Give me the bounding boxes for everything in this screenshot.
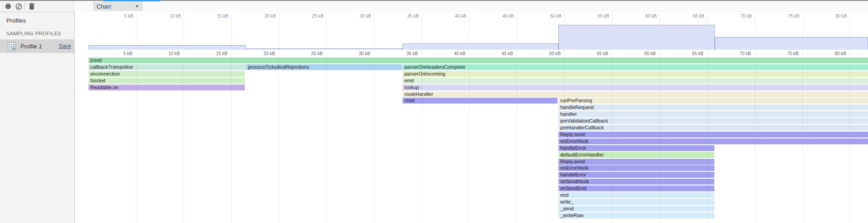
overview-gridline: [184, 13, 184, 50]
flame-bar[interactable]: parserOnIncoming: [402, 71, 868, 77]
record-icon: [5, 3, 11, 9]
chart-view-select-value: Chart: [97, 3, 111, 10]
flame-bar[interactable]: onSendEnd: [558, 185, 714, 191]
toolbar-separator: [24, 3, 25, 9]
chevron-down-icon: ▼: [135, 4, 139, 9]
flame-bar[interactable]: emit: [402, 78, 868, 84]
flame-gridline: [279, 50, 279, 223]
overview-ruler-label: 25 kB: [296, 14, 324, 19]
flame-bar[interactable]: end: [558, 192, 714, 198]
flame-bar[interactable]: onconnection: [88, 71, 245, 77]
trash-icon: [29, 3, 35, 10]
flame-bar[interactable]: onErrorHook: [558, 165, 714, 171]
svg-text:%: %: [12, 47, 15, 50]
flame-bar[interactable]: write_: [558, 199, 714, 205]
flame-ruler-label: 40 kB: [438, 51, 466, 56]
flame-ruler-label: 25 kB: [296, 51, 323, 56]
flame-gridline: [422, 50, 422, 223]
overview-ruler-label: 70 kB: [725, 14, 752, 19]
overview-area-segment: [88, 45, 246, 50]
overview-ruler-label: 80 kB: [820, 14, 847, 19]
flame-bar[interactable]: _send: [558, 206, 714, 212]
clear-icon: [15, 3, 22, 10]
sidebar-item-profile-1[interactable]: % Profile 1 Save: [0, 39, 75, 53]
flame-ruler-label: 30 kB: [343, 51, 370, 56]
flame-ruler-label: 45 kB: [486, 51, 513, 56]
flame-bar[interactable]: Readable.on: [88, 85, 245, 90]
trash-button[interactable]: [27, 2, 36, 11]
overview-area-segment: [246, 48, 402, 50]
flame-gridline: [231, 50, 232, 223]
flame-ruler-label: 75 kB: [771, 51, 799, 56]
flame-gridline: [755, 50, 755, 223]
flame-bar[interactable]: routeHandler: [402, 91, 868, 97]
record-button[interactable]: [4, 2, 13, 11]
flame-bar[interactable]: parserOnHeadersComplete: [402, 64, 868, 70]
flame-bar[interactable]: callbackTrampoline: [88, 64, 246, 70]
flame-bar[interactable]: handleRequest: [558, 104, 868, 110]
overview-ruler-label: 40 kB: [439, 14, 466, 19]
flame-bar[interactable]: Reply.send: [558, 159, 714, 165]
overview-ruler-label: 35 kB: [392, 14, 419, 19]
flame-bar[interactable]: preValidationCallback: [558, 118, 868, 124]
memory-profiler-panel: Chart ▼ Profiles SAMPLING PROFILES % Pro…: [0, 0, 868, 223]
panel-toolbar-bg: [75, 1, 868, 12]
overview-ruler-label: 75 kB: [772, 14, 800, 19]
flame-gridline: [564, 50, 565, 223]
overview-gridline: [231, 13, 232, 50]
flame-bar[interactable]: onErrorHook: [558, 138, 868, 144]
toolbar: Chart ▼: [0, 0, 868, 12]
flame-ruler-label: 80 kB: [819, 51, 846, 56]
flame-bar[interactable]: (root): [88, 57, 868, 63]
sidebar: Profiles SAMPLING PROFILES % Profile 1 S…: [0, 12, 75, 223]
overview-ruler-label: 15 kB: [201, 14, 228, 19]
flame-bar[interactable]: handler: [558, 111, 868, 117]
overview-ruler-label: 5 kB: [106, 14, 133, 19]
overview-ruler-label: 10 kB: [154, 14, 181, 19]
flame-ruler-label: 60 kB: [629, 51, 656, 56]
sidebar-title: Profiles: [6, 17, 26, 24]
overview-gridline: [374, 13, 374, 50]
profile-name: Profile 1: [20, 43, 42, 50]
overview-area-segment: [715, 37, 868, 50]
flame-ruler-label: 55 kB: [581, 51, 608, 56]
overview-gridline: [136, 13, 136, 50]
chart-view-select[interactable]: Chart ▼: [93, 2, 143, 11]
flame-ruler-label: 5 kB: [105, 51, 132, 56]
overview-ruler-label: 45 kB: [487, 14, 514, 19]
flame-ruler-label: 15 kB: [200, 51, 228, 56]
clear-button[interactable]: [14, 2, 23, 11]
flame-bar[interactable]: preHandlerCallback: [558, 125, 868, 131]
flame-bar[interactable]: processTicksAndRejections: [246, 64, 402, 70]
save-link[interactable]: Save: [59, 43, 71, 49]
overview-ruler-label: 60 kB: [630, 14, 657, 19]
overview-ruler-label: 20 kB: [249, 14, 276, 19]
profile-icon: %: [8, 42, 16, 50]
flame-gridline: [326, 50, 327, 223]
flame-gridline: [802, 50, 803, 223]
flame-bar[interactable]: handleError: [558, 145, 714, 151]
flame-bar[interactable]: child: [402, 98, 558, 104]
flame-bar[interactable]: onSendHook: [558, 179, 714, 185]
flame-bar[interactable]: lookup: [402, 85, 868, 90]
overview-ruler-label: 65 kB: [677, 14, 704, 19]
flame-ruler-label: 10 kB: [153, 51, 180, 56]
overview-gridline: [279, 13, 279, 50]
flame-gridline: [707, 50, 708, 223]
flame-bar[interactable]: runPreParsing: [558, 98, 868, 104]
flame-bar[interactable]: defaultErrorHandler: [558, 152, 714, 158]
flame-gridline: [136, 50, 136, 223]
flame-bar[interactable]: Socket: [88, 78, 245, 84]
sampling-profiles-heading: SAMPLING PROFILES: [6, 31, 61, 36]
flame-gridline: [374, 50, 374, 223]
flame-bar[interactable]: handleError: [558, 172, 714, 178]
overview-area-segment: [402, 43, 558, 50]
overview-ruler-label: 50 kB: [534, 14, 562, 19]
flame-bar[interactable]: Reply.send: [558, 132, 868, 138]
flame-ruler-label: 70 kB: [724, 51, 751, 56]
overview-ruler-label: 55 kB: [582, 14, 609, 19]
flame-gridline: [612, 50, 612, 223]
flame-gridline: [469, 50, 470, 223]
flame-gridline: [184, 50, 184, 223]
flame-bar[interactable]: _writeRaw: [558, 213, 714, 218]
